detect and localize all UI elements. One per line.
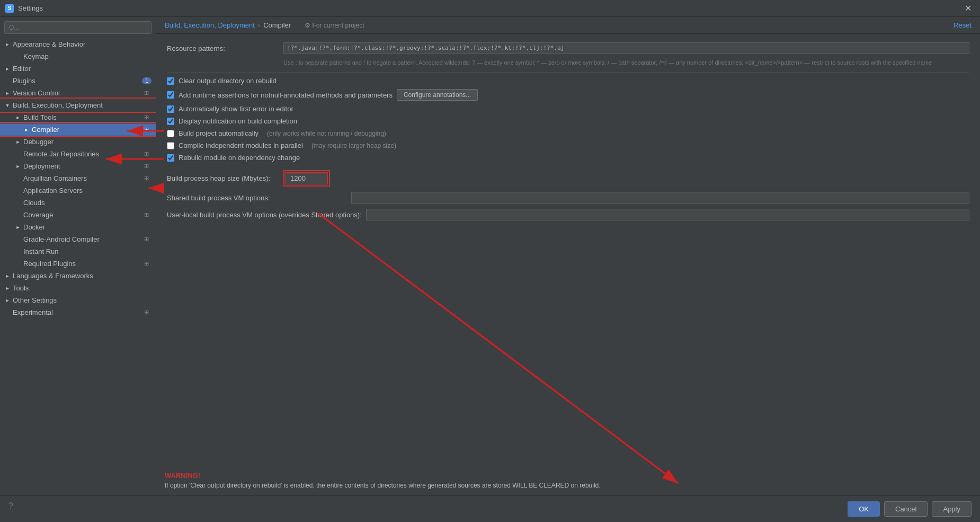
sidebar-item-appearance[interactable]: Appearance & Behavior [0,38,156,50]
sidebar-item-arquillian[interactable]: Arquillian Containers ⊞ [0,172,156,184]
sidebar-item-compiler[interactable]: Compiler ⊞ [0,123,156,136]
tree-arrow-keymap [15,54,21,60]
deployment-icon: ⊞ [144,163,152,170]
sidebar-item-build-tools[interactable]: Build Tools ⊞ [0,111,156,123]
experimental-icon: ⊞ [144,309,152,316]
sidebar-item-coverage[interactable]: Coverage ⊞ [0,209,156,221]
sidebar-item-required-plugins[interactable]: Required Plugins ⊞ [0,258,156,270]
user-local-vm-row: User-local build process VM options (ove… [167,209,969,220]
tree-arrow-plugins [4,78,11,84]
checkbox-compile-parallel-label: Compile independent modules in parallel [179,141,303,149]
tree-arrow-arquillian [15,175,21,182]
checkbox-auto-show-error-label: Automatically show first error in editor [179,105,293,113]
resource-patterns-label: Resource patterns: [167,42,283,52]
resource-patterns-hint: Use ; to separate patterns and ! to nega… [283,59,969,67]
tree-arrow-experimental [4,309,11,316]
breadcrumb-parent[interactable]: Build, Execution, Deployment [165,21,255,29]
resource-patterns-input[interactable] [283,42,969,54]
sidebar-item-label-appearance: Appearance & Behavior [13,40,152,48]
warning-title: WARNING! [165,472,972,480]
close-button[interactable]: ✕ [961,2,975,14]
cancel-button[interactable]: Cancel [884,501,928,517]
checkbox-clear-output: Clear output directory on rebuild [167,77,969,85]
checkbox-compile-parallel-input[interactable] [167,142,174,149]
required-plugins-icon: ⊞ [144,260,152,268]
sidebar-item-editor[interactable]: Editor [0,63,156,75]
sidebar-item-languages[interactable]: Languages & Frameworks [0,270,156,282]
sidebar-item-deployment[interactable]: Deployment ⊞ [0,160,156,172]
sidebar-item-keymap[interactable]: Keymap [0,50,156,63]
apply-button[interactable]: Apply [932,501,972,517]
settings-content: Resource patterns: Use ; to separate pat… [156,34,980,465]
sidebar-item-label-debugger: Debugger [23,138,152,146]
sidebar-item-experimental[interactable]: Experimental ⊞ [0,306,156,318]
dialog-body: Appearance & Behavior Keymap Editor Plug… [0,17,980,496]
sidebar-item-other-settings[interactable]: Other Settings [0,294,156,306]
shared-vm-row: Shared build process VM options: [167,192,969,204]
tree-arrow-appearance [4,41,11,48]
sidebar-item-label-coverage: Coverage [23,211,142,219]
checkbox-display-notification-label: Display notification on build completion [179,117,297,125]
configure-annotations-button[interactable]: Configure annotations... [397,89,478,101]
plugins-badge: 1 [142,77,152,84]
tree-arrow-compiler [23,127,30,133]
content-wrapper: Resource patterns: Use ; to separate pat… [156,34,980,496]
checkbox-build-auto-hint: (only works while not running / debuggin… [267,130,386,137]
reset-button[interactable]: Reset [954,21,972,29]
checkbox-build-auto-input[interactable] [167,130,174,137]
help-icon[interactable]: ? [8,501,13,517]
shared-vm-label: Shared build process VM options: [167,194,347,202]
main-container: Appearance & Behavior Keymap Editor Plug… [0,17,980,522]
shared-vm-input[interactable] [351,192,969,204]
sidebar-item-tools[interactable]: Tools [0,282,156,294]
checkbox-display-notification-input[interactable] [167,118,174,125]
tree-arrow-languages [4,273,11,279]
ok-button[interactable]: OK [848,501,880,517]
sidebar: Appearance & Behavior Keymap Editor Plug… [0,17,156,496]
checkbox-add-runtime-input[interactable] [167,91,174,99]
breadcrumb-bar: Build, Execution, Deployment › Compiler … [156,17,980,34]
sidebar-item-docker[interactable]: Docker [0,221,156,233]
sidebar-item-label-build-tools: Build Tools [23,113,142,121]
heap-row: Build process heap size (Mbytes): [167,170,969,187]
checkbox-auto-show-error-input[interactable] [167,105,174,113]
tree-arrow-remote-jar [15,151,21,157]
heap-input-highlight [283,170,330,187]
tree-arrow-docker [15,224,21,231]
search-input[interactable] [4,21,152,34]
sidebar-item-label-plugins: Plugins [13,77,140,85]
tree-arrow-instant-run [15,249,21,255]
sidebar-item-plugins[interactable]: Plugins 1 [0,75,156,87]
checkbox-clear-output-input[interactable] [167,77,174,85]
title-bar-left: S Settings [5,4,43,13]
content-area: Build, Execution, Deployment › Compiler … [156,17,980,496]
sidebar-item-build-execution-deployment[interactable]: Build, Execution, Deployment [0,99,156,111]
sidebar-item-label-gradle-android: Gradle-Android Compiler [23,235,142,243]
tree-arrow-build [4,102,11,109]
checkbox-add-runtime-label: Add runtime assertions for notnull-annot… [179,91,393,99]
sidebar-item-version-control[interactable]: Version Control ⊞ [0,87,156,99]
tree-arrow-other-settings [4,297,11,304]
tree-arrow-editor [4,66,11,72]
compiler-icon: ⊞ [144,126,152,134]
tree-arrow-tools [4,285,11,291]
sidebar-item-label-keymap: Keymap [23,52,152,60]
sidebar-item-debugger[interactable]: Debugger [0,136,156,148]
user-local-vm-input[interactable] [366,209,969,220]
checkbox-build-auto-label: Build project automatically [179,129,259,137]
sidebar-item-application-servers[interactable]: Application Servers [0,184,156,197]
sidebar-item-label-compiler: Compiler [32,126,142,134]
tree-arrow-build-tools [15,114,21,121]
heap-input[interactable] [286,172,328,184]
sidebar-item-label-remote-jar: Remote Jar Repositories [23,150,142,158]
sidebar-item-label-tools: Tools [13,284,152,292]
sidebar-item-gradle-android[interactable]: Gradle-Android Compiler ⊞ [0,233,156,245]
breadcrumb: Build, Execution, Deployment › Compiler … [165,21,364,29]
sidebar-item-label-build: Build, Execution, Deployment [13,101,152,109]
sidebar-item-instant-run[interactable]: Instant Run [0,245,156,258]
title-bar: S Settings ✕ [0,0,980,17]
sidebar-item-remote-jar[interactable]: Remote Jar Repositories ⊞ [0,148,156,160]
sidebar-item-label-docker: Docker [23,223,152,231]
checkbox-rebuild-dependency-input[interactable] [167,154,174,162]
sidebar-item-clouds[interactable]: Clouds [0,197,156,209]
